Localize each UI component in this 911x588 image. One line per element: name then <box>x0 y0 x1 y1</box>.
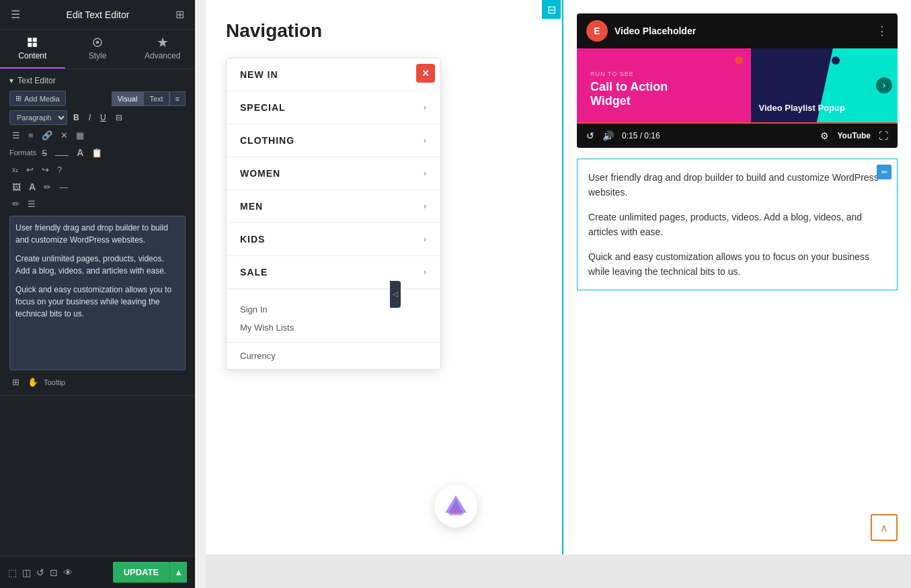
volume-button[interactable]: 🔊 <box>602 130 614 141</box>
scroll-top-button[interactable]: ∧ <box>871 514 898 541</box>
nav-close-button[interactable]: ✕ <box>416 64 435 83</box>
tab-content[interactable]: Content <box>0 30 65 69</box>
update-button[interactable]: UPDATE <box>113 562 169 583</box>
hamburger-icon[interactable]: ☰ <box>11 8 20 21</box>
text-editor-toolbar: ⊞ Add Media Visual Text ≡ Paragraph B I … <box>9 91 186 210</box>
grab-icon[interactable]: ✋ <box>25 376 41 388</box>
thumbnail-cta[interactable]: RUN TO SEE Call to Action Widget <box>577 48 751 122</box>
main-content: Navigation ✕ NEW IN SPECIAL › CLOTHING › <box>206 0 911 588</box>
currency-label: Currency <box>240 351 276 361</box>
table-icon[interactable]: ▦ <box>73 129 87 142</box>
nav-scrollable[interactable]: NEW IN SPECIAL › CLOTHING › WOMEN › <box>227 58 440 369</box>
pencil2-icon[interactable]: ✏ <box>9 198 22 210</box>
text-editor-content[interactable]: User friendly drag and drop builder to b… <box>9 216 186 370</box>
strikethrough-icon[interactable]: S̶ <box>39 146 50 159</box>
nav-item-clothing[interactable]: CLOTHING › <box>227 124 440 157</box>
nav-wish-lists[interactable]: My Wish Lists <box>240 319 427 337</box>
media-icon: ⊞ <box>15 94 22 103</box>
elementor-icon: E <box>586 20 608 42</box>
list-ordered-icon[interactable]: ≡ <box>26 129 36 142</box>
add-media-button[interactable]: ⊞ Add Media <box>9 91 66 106</box>
underline-button[interactable]: U <box>97 111 110 124</box>
undo-icon[interactable]: ↩ <box>24 163 36 176</box>
unlink-icon[interactable]: ✕ <box>58 129 71 142</box>
visual-view-button[interactable]: Visual <box>112 91 144 106</box>
bold-button[interactable]: B <box>70 111 83 124</box>
nav-item-special[interactable]: SPECIAL › <box>227 91 440 124</box>
text-content-right: ✏ User friendly drag and drop builder to… <box>577 159 898 290</box>
format-select[interactable]: Paragraph <box>9 110 67 125</box>
link-icon[interactable]: 🔗 <box>39 129 55 142</box>
section-handle[interactable]: ⊟ <box>542 0 561 19</box>
video-placeholder: E Video Placeholder ⋮ RUN TO SEE Call to… <box>577 13 898 148</box>
left-panel: ☰ Edit Text Editor ⊞ Content Style Advan… <box>0 0 195 588</box>
replay-button[interactable]: ↺ <box>586 130 594 141</box>
chevron-right-icon: › <box>424 103 427 112</box>
toolbar-row-7: ✏ ☰ <box>9 198 186 210</box>
toolbar-row-5: x₂ ↩ ↪ ? <box>9 163 186 176</box>
toolbar-row-3: ☰ ≡ 🔗 ✕ ▦ <box>9 129 186 142</box>
nav-item-sale[interactable]: SALE › <box>227 256 440 289</box>
section-toggle[interactable]: ▾ Text Editor <box>9 76 186 85</box>
subscript-icon[interactable]: x₂ <box>9 165 21 175</box>
right-para-2: Create unlimited pages, products, videos… <box>588 210 886 240</box>
redo-icon[interactable]: ↪ <box>39 163 52 176</box>
cta-dot <box>735 56 743 65</box>
bottom-bar: ⬚ ◫ ↺ ⊡ 👁 UPDATE ▲ <box>0 556 195 588</box>
tab-advanced[interactable]: Advanced <box>130 30 195 69</box>
nav-item-label: SALE <box>240 267 268 278</box>
update-dropdown-button[interactable]: ▲ <box>169 562 187 583</box>
preview-icon[interactable]: 👁 <box>63 567 73 578</box>
text-para-3: Quick and easy customization allows you … <box>15 284 180 320</box>
settings-button[interactable]: ⚙ <box>820 130 829 141</box>
responsive-icon[interactable]: ⊡ <box>50 567 58 578</box>
tab-style[interactable]: Style <box>65 30 130 69</box>
nav-item-men[interactable]: MEN › <box>227 190 440 223</box>
list-unordered-icon[interactable]: ☰ <box>9 129 23 142</box>
erase-icon[interactable]: — <box>56 181 71 194</box>
video-title: Video Placeholder <box>615 26 696 36</box>
paste-icon[interactable]: 📋 <box>89 146 105 159</box>
right-para-3: Quick and easy customization allows you … <box>588 249 886 280</box>
svg-point-5 <box>96 41 100 44</box>
playlist-dot <box>832 56 840 65</box>
thumbnail-next-button[interactable]: › <box>876 77 892 93</box>
nav-currency[interactable]: Currency <box>227 342 440 369</box>
bullet-list-icon[interactable]: ☰ <box>25 198 38 210</box>
toolbar-row-2: Paragraph B I U ⊟ <box>9 110 186 125</box>
navigation-section: Navigation ✕ NEW IN SPECIAL › CLOTHING › <box>206 0 562 554</box>
svg-rect-0 <box>28 38 32 42</box>
svg-rect-1 <box>33 38 37 42</box>
video-header: E Video Placeholder ⋮ <box>577 13 898 48</box>
chevron-up-icon: ∧ <box>880 521 888 534</box>
update-group: UPDATE ▲ <box>113 562 187 583</box>
layers-icon[interactable]: ⬚ <box>8 567 17 578</box>
grid-icon[interactable]: ⊞ <box>175 8 184 21</box>
columns-icon[interactable]: ⊞ <box>9 376 22 388</box>
image-icon[interactable]: 🖼 <box>9 181 24 194</box>
more-view-button[interactable]: ≡ <box>169 91 186 106</box>
nav-item-women[interactable]: WOMEN › <box>227 157 440 190</box>
text-color-icon[interactable]: A <box>74 146 86 159</box>
text-edit-icon[interactable]: ✏ <box>877 165 892 179</box>
more-formats-button[interactable]: ⊟ <box>112 111 126 124</box>
pencil-icon[interactable]: ✏ <box>41 181 54 194</box>
nav-item-new-in[interactable]: NEW IN <box>227 58 440 91</box>
video-options-button[interactable]: ⋮ <box>876 24 888 38</box>
chevron-right-icon: › <box>424 169 427 178</box>
collapse-icon: ◁ <box>393 290 398 298</box>
right-para-1: User friendly drag and drop builder to b… <box>588 170 886 200</box>
video-thumbnails: RUN TO SEE Call to Action Widget Video P… <box>577 48 898 122</box>
text-view-button[interactable]: Text <box>143 91 169 106</box>
nav-item-kids[interactable]: KIDS › <box>227 223 440 256</box>
tooltip-label: Tooltip <box>44 378 65 386</box>
text-font-icon[interactable]: A <box>26 180 38 194</box>
help-icon[interactable]: ? <box>54 163 65 176</box>
history-icon[interactable]: ↺ <box>36 567 44 578</box>
time-display: 0:15 / 0:16 <box>622 131 660 140</box>
fullscreen-button[interactable]: ⛶ <box>879 130 888 141</box>
italic-button[interactable]: I <box>85 111 94 124</box>
collapse-handle[interactable]: ◁ <box>390 281 401 308</box>
chevron-right-icon: › <box>424 202 427 211</box>
stack-icon[interactable]: ◫ <box>22 567 31 578</box>
